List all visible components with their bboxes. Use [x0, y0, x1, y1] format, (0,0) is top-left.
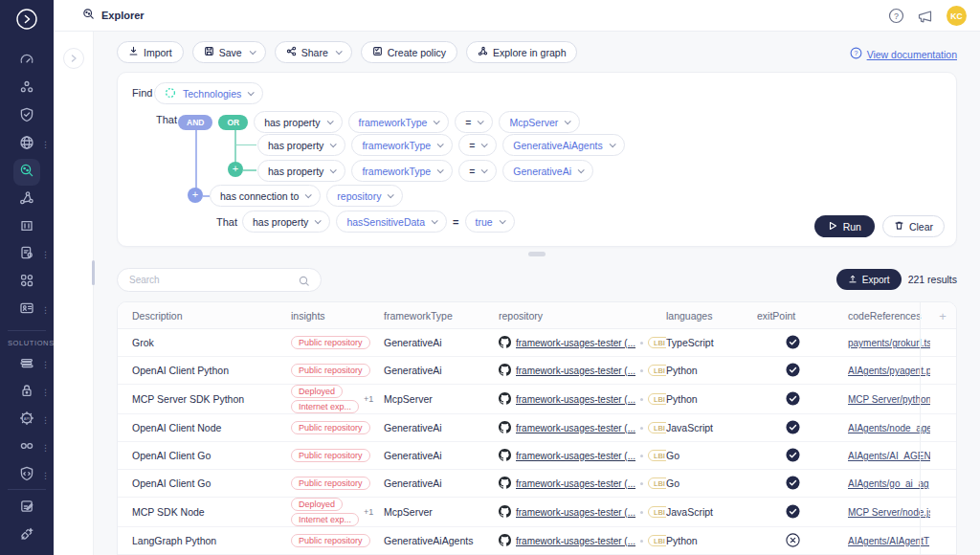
avatar[interactable]: KC: [947, 6, 967, 26]
insight-pill[interactable]: Deployed: [291, 385, 343, 398]
kebab-menu-icon[interactable]: ⋮: [41, 415, 50, 424]
col-description[interactable]: Description: [132, 310, 291, 322]
and-operator-badge[interactable]: AND: [178, 115, 212, 130]
resize-handle[interactable]: [528, 252, 546, 256]
kebab-menu-icon[interactable]: ⋮: [41, 140, 50, 148]
repository-link[interactable]: framework-usages-tester (...: [516, 451, 635, 461]
kebab-menu-icon[interactable]: ⋮: [41, 306, 50, 315]
sidebar-item-internet[interactable]: ⋮: [0, 130, 54, 158]
kebab-menu-icon[interactable]: ⋮: [41, 443, 50, 452]
nested-value-select[interactable]: true: [465, 211, 515, 233]
sidebar-item-appsec[interactable]: ⋮: [0, 461, 54, 489]
table-row[interactable]: MCP Server SDK Python Deployed Internet …: [118, 385, 956, 414]
sidebar-item-cicd[interactable]: ⋮: [0, 433, 54, 461]
sidebar-item-inventory[interactable]: [0, 76, 54, 103]
collapse-panel-button[interactable]: [63, 48, 84, 69]
condition-field-select[interactable]: frameworkType: [348, 111, 450, 133]
code-reference-link[interactable]: AIAgents/node_age: [848, 423, 930, 433]
insight-pill[interactable]: Internet exp...: [291, 513, 359, 526]
col-repository[interactable]: repository: [499, 310, 666, 322]
condition-value-select[interactable]: McpServer: [499, 111, 580, 133]
help-icon[interactable]: ?: [888, 8, 904, 24]
insight-pill[interactable]: Public repository: [291, 534, 370, 547]
import-button[interactable]: Import: [117, 41, 184, 63]
col-languages[interactable]: languages: [666, 310, 757, 322]
insight-pill[interactable]: Public repository: [291, 449, 370, 462]
table-row[interactable]: Grok Public repository GenerativeAi fram…: [118, 329, 956, 357]
condition-op-select[interactable]: has property: [254, 111, 342, 133]
add-column-button[interactable]: +: [928, 302, 957, 329]
sidebar-item-notes[interactable]: [0, 494, 54, 522]
insight-pill[interactable]: Internet exp...: [291, 400, 359, 413]
insight-more-count[interactable]: +1: [364, 394, 373, 404]
sidebar-item-reports[interactable]: ⋮: [0, 241, 54, 269]
table-row[interactable]: OpenAI Client Node Public repository Gen…: [118, 414, 956, 442]
repository-link[interactable]: framework-usages-tester (...: [516, 338, 635, 348]
repository-link[interactable]: framework-usages-tester (...: [516, 366, 635, 376]
condition-field-select[interactable]: frameworkType: [351, 160, 453, 182]
repository-link[interactable]: framework-usages-tester (...: [516, 423, 635, 433]
condition-value-select[interactable]: GenerativeAi: [502, 160, 593, 182]
add-or-condition-button[interactable]: +: [228, 162, 243, 177]
kebab-menu-icon[interactable]: ⋮: [41, 471, 50, 479]
code-reference-link[interactable]: AIAgents/go_ai_ag: [848, 478, 929, 489]
insight-pill[interactable]: Public repository: [291, 421, 370, 434]
condition-cmp-select[interactable]: =: [455, 111, 493, 133]
sidebar-item-workloads[interactable]: [0, 213, 54, 241]
code-reference-link[interactable]: AIAgents/AIAgentT: [848, 536, 929, 546]
sidebar-item-data[interactable]: ⋮: [0, 351, 54, 379]
insight-pill[interactable]: Public repository: [291, 477, 370, 490]
condition-op-select[interactable]: has property: [257, 160, 345, 182]
add-and-condition-button[interactable]: +: [188, 188, 203, 203]
clear-button[interactable]: Clear: [882, 215, 945, 237]
col-frameworkType[interactable]: frameworkType: [384, 310, 499, 322]
col-exitPoint[interactable]: exitPoint: [757, 310, 848, 322]
explore-in-graph-button[interactable]: Explore in graph: [466, 41, 577, 63]
condition-cmp-select[interactable]: =: [458, 160, 497, 182]
scroll-indicator[interactable]: [92, 260, 95, 285]
table-row[interactable]: OpenAI Client Go Public repository Gener…: [118, 470, 956, 498]
sidebar-item-api[interactable]: API ⋮: [0, 407, 54, 434]
view-documentation-link[interactable]: ? View documentation: [850, 47, 957, 61]
entity-select[interactable]: Technologies: [154, 82, 263, 104]
or-operator-badge[interactable]: OR: [218, 115, 248, 130]
condition-value-select[interactable]: GenerativeAiAgents: [502, 134, 624, 156]
code-reference-link[interactable]: AIAgents/AI_AGEN: [848, 451, 930, 461]
logo[interactable]: [0, 2, 54, 36]
kebab-menu-icon[interactable]: ⋮: [41, 388, 50, 397]
table-row[interactable]: OpenAI Client Python Public repository G…: [118, 357, 956, 385]
sidebar-item-dashboard[interactable]: [0, 48, 54, 76]
condition-op-select[interactable]: has property: [257, 134, 345, 156]
condition-cmp-select[interactable]: =: [458, 134, 497, 156]
announcements-icon[interactable]: [917, 9, 934, 24]
col-codeReferences[interactable]: codeReferences: [848, 310, 930, 322]
repository-link[interactable]: framework-usages-tester (...: [516, 478, 635, 489]
table-row[interactable]: LangGraph Python Public repository Gener…: [118, 527, 956, 555]
export-button[interactable]: Export: [836, 269, 902, 290]
connection-target-select[interactable]: repository: [326, 185, 403, 207]
repository-link[interactable]: framework-usages-tester (...: [516, 394, 635, 405]
sidebar-item-explorer[interactable]: [0, 158, 54, 186]
sidebar-item-connect[interactable]: [0, 522, 54, 549]
sidebar-item-integrations[interactable]: [0, 269, 54, 297]
code-reference-link[interactable]: MCP Server/node.js: [848, 507, 930, 518]
connection-op-select[interactable]: has connection to: [210, 185, 321, 207]
nested-op-select[interactable]: has property: [242, 211, 330, 233]
table-row[interactable]: MCP SDK Node Deployed Internet exp... +1…: [118, 498, 956, 527]
table-row[interactable]: OpenAI Client Go Public repository Gener…: [118, 442, 956, 470]
run-button[interactable]: Run: [814, 215, 875, 237]
col-insights[interactable]: insights: [291, 310, 384, 322]
insight-pill[interactable]: Public repository: [291, 336, 370, 349]
insight-pill[interactable]: Public repository: [291, 364, 370, 377]
nested-field-select[interactable]: hasSensitiveData: [336, 211, 447, 233]
insight-more-count[interactable]: +1: [364, 507, 373, 517]
repository-link[interactable]: framework-usages-tester (...: [516, 536, 635, 546]
sidebar-item-secrets[interactable]: ⋮: [0, 379, 54, 407]
create-policy-button[interactable]: Create policy: [361, 41, 457, 63]
code-reference-link[interactable]: MCP Server/python: [848, 394, 930, 405]
search-input[interactable]: [117, 268, 322, 292]
sidebar-item-identities[interactable]: ⋮: [0, 297, 54, 324]
insight-pill[interactable]: Deployed: [291, 498, 343, 511]
sidebar-item-graph[interactable]: [0, 186, 54, 213]
kebab-menu-icon[interactable]: ⋮: [41, 251, 50, 259]
